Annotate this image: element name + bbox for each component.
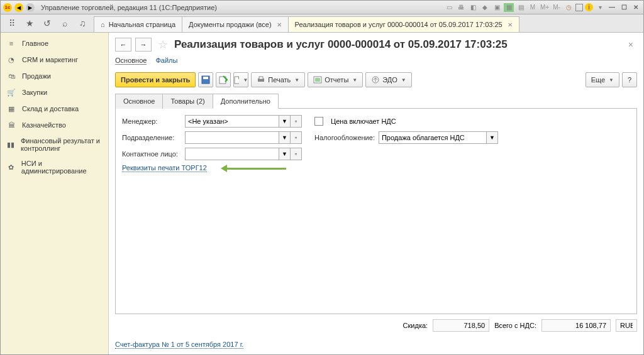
tb-icon-3[interactable]: ◆ — [480, 3, 490, 12]
sidebar-label: Продажи — [22, 72, 51, 80]
bank-icon: 🏛 — [7, 121, 16, 129]
contact-input[interactable] — [185, 148, 279, 160]
history-icon[interactable]: ↺ — [38, 14, 56, 32]
m-icon[interactable]: M — [528, 3, 538, 12]
chevron-down-icon: ▼ — [243, 77, 248, 83]
discount-value — [433, 319, 489, 332]
dropdown-button[interactable]: ▼ — [279, 115, 291, 128]
menu-icon: ≡ — [7, 39, 16, 48]
document-close[interactable]: × — [625, 40, 637, 50]
post-button[interactable] — [216, 72, 231, 87]
sidebar-item-sales[interactable]: 🛍Продажи — [1, 68, 108, 84]
close-icon[interactable]: ✕ — [277, 21, 282, 28]
print-icon[interactable]: 🖶 — [456, 3, 466, 12]
svg-rect-3 — [235, 77, 239, 84]
dropdown-button[interactable]: ▼ — [279, 131, 291, 144]
window-maximize[interactable]: ☐ — [619, 3, 629, 12]
sidebar-item-main[interactable]: ≡Главное — [1, 35, 108, 52]
post-and-close-button[interactable]: Провести и закрыть — [115, 72, 196, 87]
sidebar: ≡Главное ◔CRM и маркетинг 🛍Продажи 🛒Заку… — [1, 33, 109, 354]
currency-value — [616, 319, 637, 332]
torg12-link[interactable]: Реквизиты печати ТОРГ12 — [122, 164, 207, 172]
save-button[interactable] — [198, 72, 213, 87]
more-label: Еще — [591, 76, 605, 84]
create-based-button[interactable]: ▼ — [233, 72, 248, 87]
inner-tab-extra[interactable]: Дополнительно — [213, 94, 279, 109]
dropdown-icon[interactable]: ▾ — [595, 3, 605, 12]
sidebar-label: НСИ и администрирование — [21, 160, 102, 175]
sidebar-label: Закупки — [22, 89, 47, 96]
price-includes-vat-checkbox[interactable] — [314, 117, 323, 126]
tb-box-icon[interactable] — [575, 4, 583, 11]
sidebar-label: Склад и доставка — [22, 105, 79, 112]
svg-rect-6 — [259, 77, 263, 79]
edo-button[interactable]: ЭДО▼ — [365, 72, 411, 87]
annotation-arrow — [223, 165, 286, 172]
chevron-down-icon: ▼ — [401, 77, 406, 83]
sidebar-item-finance[interactable]: ▮▮Финансовый результат и контроллинг — [1, 133, 108, 156]
apps-icon[interactable]: ⠿ — [3, 14, 21, 32]
boxes-icon: ▦ — [7, 104, 16, 113]
window-minimize[interactable]: — — [607, 3, 617, 12]
sidebar-label: CRM и маркетинг — [22, 56, 78, 63]
nav-back-icon[interactable]: ◄ — [14, 3, 23, 12]
forward-button[interactable]: → — [135, 38, 152, 52]
calendar-icon[interactable]: ▦ — [504, 3, 514, 12]
dropdown-button[interactable]: ▼ — [279, 148, 291, 160]
calc-icon[interactable]: ▤ — [516, 3, 526, 12]
total-label: Всего с НДС: — [494, 322, 536, 329]
bell-icon[interactable]: ♫ — [74, 14, 91, 32]
clock-icon[interactable]: ◷ — [564, 3, 574, 12]
bag-icon: 🛍 — [7, 72, 16, 80]
info-icon[interactable]: i — [585, 3, 593, 11]
sidebar-item-crm[interactable]: ◔CRM и маркетинг — [1, 52, 108, 68]
gear-icon: ✿ — [7, 163, 15, 172]
sidebar-item-purchase[interactable]: 🛒Закупки — [1, 84, 108, 101]
subnav-files[interactable]: Файлы — [155, 57, 177, 65]
inner-tab-main[interactable]: Основное — [115, 94, 163, 109]
dropdown-button[interactable]: ▼ — [487, 131, 498, 144]
tb-icon-4[interactable]: ▣ — [492, 3, 502, 12]
open-button[interactable]: ▫ — [291, 131, 302, 144]
tax-input[interactable] — [379, 131, 487, 144]
reports-label: Отчеты — [325, 76, 348, 84]
sidebar-item-admin[interactable]: ✿НСИ и администрирование — [1, 156, 108, 178]
division-input[interactable] — [185, 131, 279, 144]
manager-input[interactable] — [185, 115, 279, 128]
sidebar-item-treasury[interactable]: 🏛Казначейство — [1, 117, 108, 133]
star-icon[interactable]: ☆ — [158, 38, 168, 52]
reports-button[interactable]: Отчеты▼ — [308, 72, 363, 87]
tb-icon-1[interactable]: ▭ — [444, 3, 454, 12]
favorite-icon[interactable]: ★ — [21, 14, 38, 32]
tab-documents-label: Документы продажи (все) — [189, 21, 271, 28]
print-button[interactable]: Печать▼ — [251, 72, 305, 87]
division-label: Подразделение: — [122, 134, 181, 141]
nav-fwd-icon[interactable]: ► — [26, 3, 35, 12]
tab-realization[interactable]: Реализация товаров и услуг 0000-000014 о… — [288, 16, 519, 32]
main-tabs: ⠿ ★ ↺ ⌕ ♫ ⌂ Начальная страница Документы… — [1, 14, 643, 33]
sidebar-item-warehouse[interactable]: ▦Склад и доставка — [1, 101, 108, 117]
search-icon[interactable]: ⌕ — [56, 14, 74, 32]
subnav-main[interactable]: Основное — [115, 57, 147, 65]
open-button[interactable]: ▫ — [291, 115, 302, 128]
tb-icon-2[interactable]: ◧ — [468, 3, 478, 12]
chevron-down-icon: ▼ — [294, 77, 299, 83]
discount-label: Скидка: — [403, 322, 428, 329]
cart-icon: 🛒 — [7, 88, 16, 97]
chart-icon: ◔ — [7, 55, 16, 64]
invoice-link[interactable]: Счет-фактура № 1 от 5 сентября 2017 г. — [115, 341, 243, 349]
inner-tab-goods[interactable]: Товары (2) — [162, 94, 213, 109]
more-button[interactable]: Еще▼ — [586, 72, 619, 87]
window-close[interactable]: ✕ — [631, 3, 641, 12]
open-button[interactable]: ▫ — [291, 148, 302, 160]
help-button[interactable]: ? — [622, 72, 637, 87]
tab-home[interactable]: ⌂ Начальная страница — [94, 16, 182, 32]
close-icon[interactable]: ✕ — [508, 21, 513, 28]
tab-realization-label: Реализация товаров и услуг 0000-000014 о… — [295, 21, 502, 28]
m-minus-icon[interactable]: M- — [552, 3, 562, 12]
tab-documents[interactable]: Документы продажи (все) ✕ — [182, 16, 288, 32]
m-plus-icon[interactable]: M+ — [540, 3, 550, 12]
bars-icon: ▮▮ — [7, 140, 14, 149]
titlebar: 1c ◄ ► Управление торговлей, редакция 11… — [1, 1, 643, 14]
back-button[interactable]: ← — [115, 38, 131, 52]
